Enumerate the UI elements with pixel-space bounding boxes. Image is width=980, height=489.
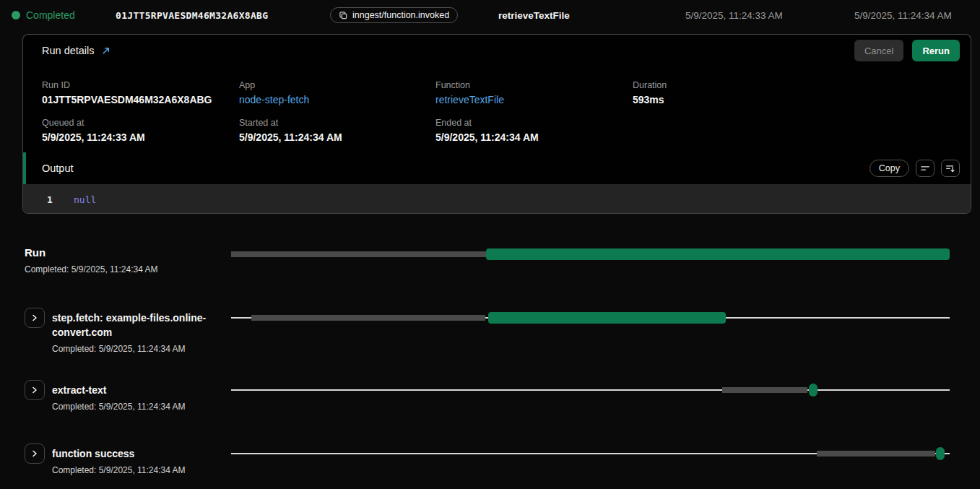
copy-output-button[interactable]: Copy xyxy=(870,160,909,177)
expand-step-button[interactable] xyxy=(25,443,45,464)
timeline-run-meta: Run Completed: 5/9/2025, 11:24:34 AM xyxy=(25,246,158,274)
chevron-right-icon xyxy=(30,449,39,458)
cancel-button[interactable]: Cancel xyxy=(854,40,903,61)
copy-icon xyxy=(339,11,348,20)
run-details-card: Run details Cancel Rerun Run ID 01JTT5RP… xyxy=(22,34,971,214)
rerun-button[interactable]: Rerun xyxy=(912,40,960,61)
timeline-run-completed: Completed: 5/9/2025, 11:24:34 AM xyxy=(25,264,158,274)
timeline-step-track xyxy=(231,448,950,459)
step-title: step.fetch: example-files.online-convert… xyxy=(52,311,228,339)
output-section-header: Output Copy xyxy=(23,152,971,184)
timeline-run-title: Run xyxy=(25,246,158,259)
field-duration: Duration 593ms xyxy=(633,80,667,105)
step-queued-segment xyxy=(722,387,807,393)
step-queued-segment xyxy=(817,451,935,456)
step-queued-segment xyxy=(251,315,485,321)
step-active-segment xyxy=(488,312,726,324)
field-label: Ended at xyxy=(435,118,539,128)
expand-step-button[interactable] xyxy=(25,380,45,400)
step-completed: Completed: 5/9/2025, 11:24:34 AM xyxy=(52,402,186,412)
timeline-step-row: step.fetch: example-files.online-convert… xyxy=(25,308,228,354)
field-queued-at: Queued at 5/9/2025, 11:24:33 AM xyxy=(42,118,145,143)
step-active-segment xyxy=(809,384,818,397)
output-code-block: 1 null xyxy=(23,184,971,214)
chevron-right-icon xyxy=(30,386,39,394)
external-link-icon[interactable] xyxy=(101,46,110,56)
track-baseline xyxy=(231,389,950,391)
started-at-timestamp: 5/9/2025, 11:24:34 AM xyxy=(854,10,952,21)
status-dot-icon xyxy=(12,11,20,20)
timeline-step-row: extract-text Completed: 5/9/2025, 11:24:… xyxy=(25,380,228,412)
run-details-title: Run details xyxy=(42,45,95,56)
step-title: extract-text xyxy=(52,383,186,397)
field-label: Started at xyxy=(239,118,342,128)
output-code-value: null xyxy=(74,194,96,205)
run-summary-row[interactable]: Completed 01JTT5RPVAESDM46M32A6X8ABG inn… xyxy=(0,0,980,30)
output-accent-bar xyxy=(23,152,26,184)
step-title: function success xyxy=(52,446,186,461)
field-label: Queued at xyxy=(42,118,145,128)
expand-step-button[interactable] xyxy=(25,308,45,328)
run-status: Completed xyxy=(26,9,75,21)
timeline-step-row: function success Completed: 5/9/2025, 11… xyxy=(25,443,228,475)
field-value: 5/9/2025, 11:24:34 AM xyxy=(435,131,539,143)
run-details-header: Run details Cancel Rerun xyxy=(23,35,971,66)
chevron-right-icon xyxy=(30,313,39,322)
field-label: Function xyxy=(435,80,504,90)
field-ended-at: Ended at 5/9/2025, 11:24:34 AM xyxy=(435,118,539,143)
field-value: 5/9/2025, 11:24:33 AM xyxy=(42,131,145,143)
event-badge[interactable]: inngest/function.invoked xyxy=(330,7,458,23)
field-app: App node-step-fetch xyxy=(239,80,309,105)
field-function: Function retrieveTextFile xyxy=(435,80,504,105)
run-active-segment xyxy=(486,248,950,260)
lines-arrow-down-icon xyxy=(945,163,955,173)
output-title: Output xyxy=(42,163,74,174)
run-id: 01JTT5RPVAESDM46M32A6X8ABG xyxy=(116,10,268,21)
line-number: 1 xyxy=(47,194,54,205)
queued-at-timestamp: 5/9/2025, 11:24:33 AM xyxy=(685,10,783,21)
step-completed: Completed: 5/9/2025, 11:24:34 AM xyxy=(52,465,186,475)
wrap-text-icon xyxy=(920,163,930,173)
timeline-run-track xyxy=(231,248,950,260)
event-name: inngest/function.invoked xyxy=(352,10,449,20)
timeline-step-track xyxy=(231,384,950,396)
field-value: 5/9/2025, 11:24:34 AM xyxy=(239,131,342,143)
parse-output-button[interactable] xyxy=(941,160,960,177)
run-queued-segment xyxy=(231,251,486,257)
step-active-segment xyxy=(936,447,945,460)
run-detail-page: Completed 01JTT5RPVAESDM46M32A6X8ABG inn… xyxy=(0,0,980,489)
field-label: App xyxy=(239,80,309,90)
wrap-text-button[interactable] xyxy=(916,160,935,177)
field-value: 593ms xyxy=(633,94,667,105)
field-label: Duration xyxy=(633,80,667,90)
function-link[interactable]: retrieveTextFile xyxy=(435,94,504,105)
function-name: retrieveTextFile xyxy=(498,10,570,21)
field-run-id: Run ID 01JTT5RPVAESDM46M32A6X8ABG xyxy=(42,80,212,105)
field-label: Run ID xyxy=(42,80,212,90)
field-started-at: Started at 5/9/2025, 11:24:34 AM xyxy=(239,118,342,143)
step-completed: Completed: 5/9/2025, 11:24:34 AM xyxy=(52,344,228,354)
app-link[interactable]: node-step-fetch xyxy=(239,94,309,105)
timeline-step-track xyxy=(231,312,950,324)
field-value: 01JTT5RPVAESDM46M32A6X8ABG xyxy=(42,94,212,105)
